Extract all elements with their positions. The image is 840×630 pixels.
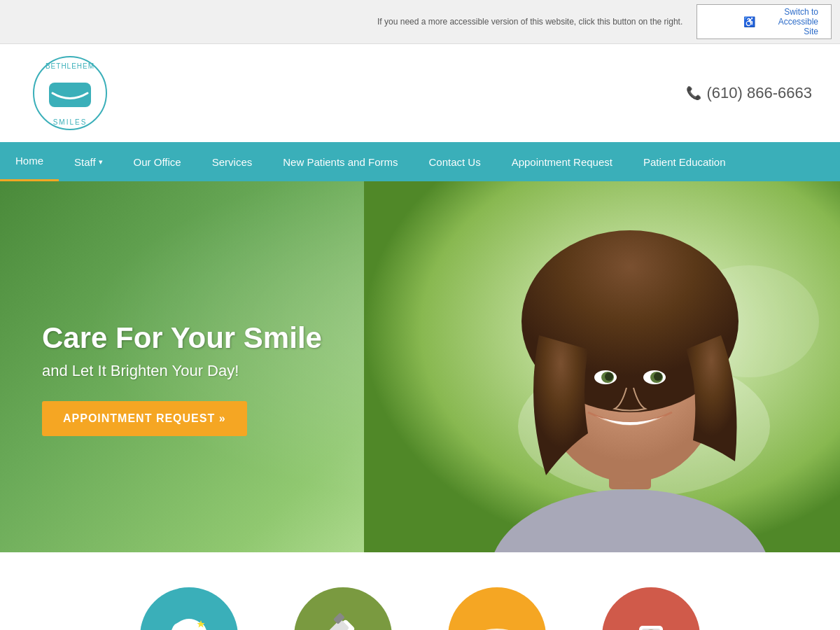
appointment-request-button[interactable]: APPOINTMENT REQUEST » [42,401,247,436]
toothpaste-icon [318,612,368,630]
nav-new-patients[interactable]: New Patients and Forms [267,142,413,181]
svg-text:BETHLEHEM: BETHLEHEM [46,62,94,70]
accessible-site-link[interactable]: ♿ Switch to Accessible Site [696,4,832,39]
phone-container: 📞 (610) 866-6663 [686,84,812,102]
floss-icon [626,612,676,630]
logo: BETHLEHEM SMILES [28,55,112,132]
svg-text:SMILES: SMILES [53,118,88,126]
hero-subtitle: and Let It Brighten Your Day! [42,362,322,380]
hero-content: Care For Your Smile and Let It Brighten … [42,321,322,436]
svg-point-16 [654,372,662,381]
phone-icon: 📞 [686,85,701,101]
hero-section: Care For Your Smile and Let It Brighten … [0,181,840,552]
nav-our-office[interactable]: Our Office [118,142,197,181]
wheelchair-icon: ♿ [703,16,755,27]
nav-contact-label: Contact Us [428,156,480,168]
nav-patient-education[interactable]: Patient Education [628,142,741,181]
nav-contact[interactable]: Contact Us [413,142,496,181]
accessibility-bar: If you need a more accessible version of… [0,0,840,44]
accessibility-message: If you need a more accessible version of… [8,17,682,27]
nav-services-label: Services [212,156,253,168]
nav-our-office-label: Our Office [134,156,181,168]
nav-home-label: Home [15,155,43,167]
nav-services[interactable]: Services [197,142,268,181]
main-nav: Home Staff ▾ Our Office Services New Pat… [0,142,840,181]
nav-new-patients-label: New Patients and Forms [283,156,398,168]
header: BETHLEHEM SMILES 📞 (610) 866-6663 [0,44,840,142]
nav-staff[interactable]: Staff ▾ [59,142,118,181]
nav-appointment[interactable]: Appointment Request [496,142,628,181]
logo-container[interactable]: BETHLEHEM SMILES [28,55,112,132]
toothbrush-icon-circle[interactable] [448,587,546,630]
nav-staff-label: Staff [74,156,96,168]
toothpaste-icon-circle[interactable] [294,587,392,630]
floss-icon-circle[interactable] [602,587,700,630]
icons-section [0,552,840,630]
nav-home[interactable]: Home [0,142,59,181]
nav-appointment-label: Appointment Request [512,156,612,168]
chevron-down-icon: ▾ [99,158,103,167]
toothbrush-icon [472,612,522,630]
accessible-site-label: Switch to Accessible Site [766,7,818,36]
phone-number: (610) 866-6663 [707,84,812,102]
hero-title: Care For Your Smile [42,321,322,355]
nav-patient-education-label: Patient Education [643,156,726,168]
svg-point-15 [605,372,613,381]
tooth-icon [164,612,214,630]
tooth-icon-circle[interactable] [140,587,238,630]
hero-image [364,181,840,552]
